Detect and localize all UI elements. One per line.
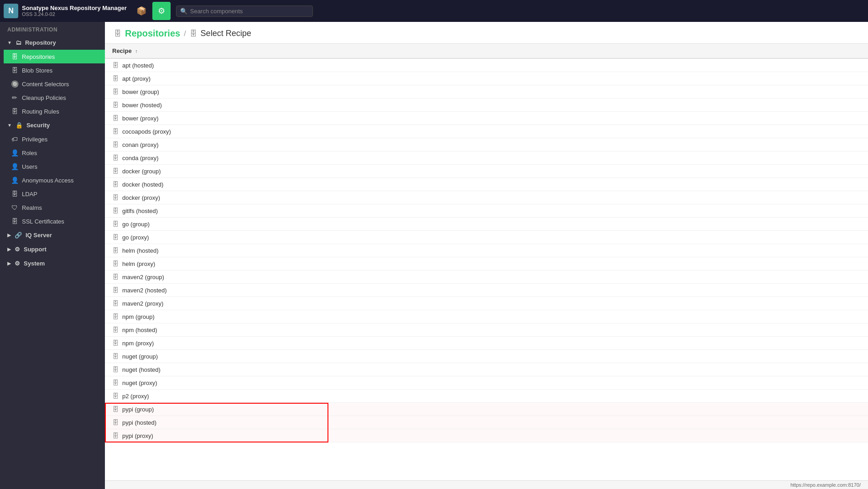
table-row[interactable]: 🗄cocoapods (proxy) [105, 125, 868, 138]
table-row[interactable]: 🗄docker (proxy) [105, 191, 868, 204]
row-db-icon: 🗄 [112, 326, 119, 333]
box-icon: 📦 [136, 6, 146, 16]
sidebar-item-roles-label: Roles [22, 150, 37, 156]
table-row[interactable]: 🗄bower (group) [105, 85, 868, 99]
sidebar-item-anonymous-access[interactable]: 👤 Anonymous Access [4, 173, 105, 187]
table-row[interactable]: 🗄npm (group) [105, 310, 868, 323]
table-row[interactable]: 🗄conda (proxy) [105, 151, 868, 165]
recipe-name: pypi (hosted) [122, 419, 156, 426]
realms-icon: 🛡 [11, 204, 18, 211]
table-row[interactable]: 🗄helm (proxy) [105, 257, 868, 271]
sidebar-item-users[interactable]: 👤 Users [4, 160, 105, 173]
sidebar-group-system-label: System [24, 260, 45, 267]
sidebar-item-ssl-certificates[interactable]: 🗄 SSL Certificates [4, 214, 105, 228]
sidebar-item-roles[interactable]: 👤 Roles [4, 146, 105, 160]
security-folder-icon: 🔒 [16, 122, 23, 129]
table-row[interactable]: 🗄bower (proxy) [105, 112, 868, 125]
app-name: Sonatype Nexus Repository Manager [22, 5, 127, 12]
table-row[interactable]: 🗄pypi (group) [105, 403, 868, 416]
recipe-name: bower (proxy) [122, 115, 158, 122]
page-header: 🗄 Repositories / 🗄 Select Recipe [105, 22, 868, 44]
header-db-icon: 🗄 [114, 30, 121, 38]
table-row[interactable]: 🗄maven2 (hosted) [105, 284, 868, 297]
main-content: 🗄 Repositories / 🗄 Select Recipe Recipe … [105, 22, 868, 489]
table-row[interactable]: 🗄helm (hosted) [105, 244, 868, 257]
app-version: OSS 3.24.0-02 [22, 11, 127, 17]
table-row[interactable]: 🗄gitlfs (hosted) [105, 204, 868, 218]
db-icon: 🗄 [11, 53, 18, 60]
chevron-down-icon: ▼ [7, 40, 12, 45]
sidebar-item-cleanup-policies-label: Cleanup Policies [22, 94, 66, 101]
admin-button[interactable]: ⚙ [152, 2, 171, 20]
sidebar-item-ldap[interactable]: 🗄 LDAP [4, 187, 105, 201]
recipe-name: pypi (group) [122, 406, 154, 413]
recipe-name: maven2 (hosted) [122, 287, 167, 294]
recipe-name: nuget (hosted) [122, 366, 161, 373]
repository-sub: 🗄 Repositories 🗄 Blob Stores 🔘 Content S… [0, 50, 105, 118]
table-row[interactable]: 🗄conan (proxy) [105, 138, 868, 151]
recipe-name: bower (group) [122, 88, 159, 95]
sidebar-item-routing-rules[interactable]: 🗄 Routing Rules [4, 104, 105, 118]
recipe-name: maven2 (group) [122, 274, 164, 281]
table-row[interactable]: 🗄go (proxy) [105, 231, 868, 244]
sidebar-item-cleanup-policies[interactable]: ✏ Cleanup Policies [4, 91, 105, 104]
sidebar-group-support[interactable]: ▶ ⚙ Support [0, 242, 105, 256]
table-row[interactable]: 🗄pypi (hosted) [105, 416, 868, 429]
sidebar-item-privileges[interactable]: 🏷 Privileges [4, 132, 105, 146]
search-input[interactable] [190, 8, 309, 15]
table-row[interactable]: 🗄p2 (proxy) [105, 390, 868, 403]
header-db-icon2: 🗄 [190, 30, 197, 38]
table-row[interactable]: 🗄nuget (hosted) [105, 363, 868, 376]
table-row[interactable]: 🗄nuget (proxy) [105, 376, 868, 390]
users-icon: 👤 [11, 163, 18, 170]
row-db-icon: 🗄 [112, 260, 119, 267]
app-logo-text: Sonatype Nexus Repository Manager OSS 3.… [22, 5, 127, 18]
sidebar-item-content-selectors[interactable]: 🔘 Content Selectors [4, 77, 105, 91]
recipe-name: go (group) [122, 221, 150, 228]
browse-button[interactable]: 📦 [132, 2, 151, 20]
sidebar-item-realms-label: Realms [22, 204, 42, 211]
breadcrumb-parent[interactable]: Repositories [125, 28, 180, 39]
table-row[interactable]: 🗄nuget (group) [105, 350, 868, 363]
table-row[interactable]: 🗄docker (group) [105, 165, 868, 178]
row-db-icon: 🗄 [112, 313, 119, 320]
sort-asc-icon: ↑ [135, 48, 138, 54]
row-db-icon: 🗄 [112, 419, 119, 426]
sidebar-item-repositories[interactable]: 🗄 Repositories [4, 50, 105, 63]
recipe-name: apt (hosted) [122, 62, 154, 69]
ldap-icon: 🗄 [11, 190, 18, 198]
admin-label: Administration [0, 22, 105, 36]
recipe-name: gitlfs (hosted) [122, 208, 158, 214]
sidebar-group-support-label: Support [24, 246, 47, 253]
sidebar-group-iq-server[interactable]: ▶ 🔗 IQ Server [0, 228, 105, 242]
table-row[interactable]: 🗄pypi (proxy) [105, 429, 868, 442]
table-row[interactable]: 🗄npm (proxy) [105, 337, 868, 350]
iq-icon: 🔗 [15, 232, 22, 239]
recipe-name: npm (group) [122, 313, 155, 320]
table-row[interactable]: 🗄docker (hosted) [105, 178, 868, 191]
table-row[interactable]: 🗄go (group) [105, 218, 868, 231]
sidebar-group-security[interactable]: ▼ 🔒 Security [0, 118, 105, 132]
app-logo: N Sonatype Nexus Repository Manager OSS … [4, 4, 127, 18]
sidebar-item-realms[interactable]: 🛡 Realms [4, 201, 105, 214]
table-row[interactable]: 🗄npm (hosted) [105, 323, 868, 337]
table-row[interactable]: 🗄apt (hosted) [105, 58, 868, 72]
sidebar-item-blob-stores[interactable]: 🗄 Blob Stores [4, 63, 105, 77]
sidebar-item-ssl-certificates-label: SSL Certificates [22, 218, 64, 225]
blob-icon: 🗄 [11, 67, 18, 74]
gear-icon: ⚙ [158, 6, 165, 16]
table-row[interactable]: 🗄bower (hosted) [105, 99, 868, 112]
table-row[interactable]: 🗄maven2 (group) [105, 271, 868, 284]
layout: Administration ▼ 🗂 Repository 🗄 Reposito… [0, 22, 868, 489]
anon-icon: 👤 [11, 177, 18, 184]
table-row[interactable]: 🗄apt (proxy) [105, 72, 868, 85]
chevron-right-icon-support: ▶ [7, 247, 11, 252]
row-db-icon: 🗄 [112, 154, 119, 161]
sidebar-item-privileges-label: Privileges [22, 136, 47, 143]
sidebar-group-system[interactable]: ▶ ⚙ System [0, 256, 105, 271]
row-db-icon: 🗄 [112, 273, 119, 281]
topbar: N Sonatype Nexus Repository Manager OSS … [0, 0, 868, 22]
recipe-name: docker (proxy) [122, 194, 160, 201]
sidebar-group-repository[interactable]: ▼ 🗂 Repository [0, 36, 105, 50]
table-row[interactable]: 🗄maven2 (proxy) [105, 297, 868, 310]
